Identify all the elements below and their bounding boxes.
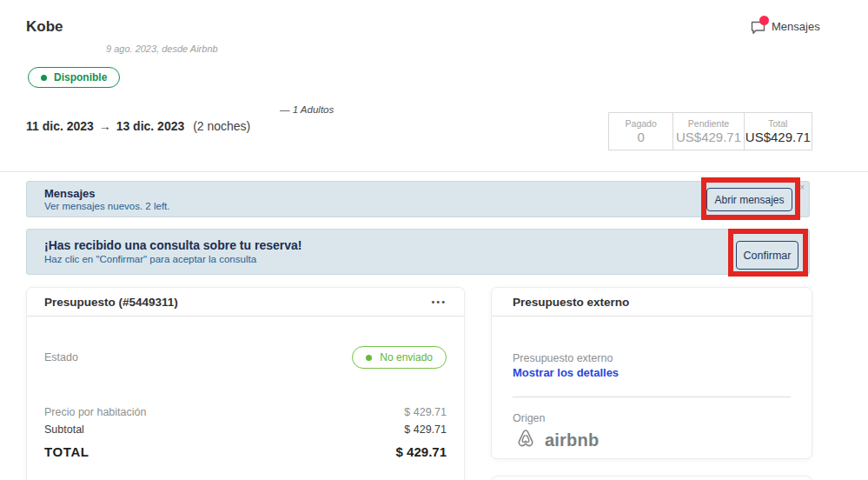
created-date-source: 9 ago. 2023, desde Airbnb — [106, 43, 218, 54]
pending-label: Pendiente — [688, 118, 729, 129]
status-badge: Disponible — [28, 67, 120, 88]
external-card-title: Presupuesto externo — [513, 296, 629, 309]
grand-total-value: $ 429.71 — [396, 444, 447, 459]
status-badge-label: Disponible — [54, 71, 107, 83]
ellipsis-menu-icon[interactable]: ••• — [431, 297, 447, 306]
show-details-link[interactable]: Mostrar los detalles — [513, 365, 791, 380]
airbnb-belo-icon — [513, 425, 539, 455]
subtotal-label: Subtotal — [44, 421, 84, 438]
inquiry-banner: ¡Has recibido una consulta sobre tu rese… — [26, 229, 810, 275]
paid-value: 0 — [638, 130, 645, 144]
checkin-date: 11 dic. 2023 — [26, 119, 94, 133]
price-rows: Precio por habitación $ 429.71 Subtotal … — [44, 403, 447, 459]
external-quote-label: Presupuesto externo — [513, 351, 791, 365]
confirm-button[interactable]: Confirmar — [736, 241, 798, 270]
origin-logo: airbnb — [513, 425, 791, 455]
status-row: Estado No enviado — [44, 346, 447, 369]
messages-header-button[interactable]: Mensajes — [751, 18, 820, 35]
quote-card-header: Presupuesto (#5449311) ••• — [27, 288, 464, 317]
inquiry-banner-title: ¡Has recibido una consulta sobre tu rese… — [44, 238, 809, 253]
paid-cell: Pagado 0 — [609, 113, 673, 150]
quote-card-body: Estado No enviado Precio por habitación … — [27, 346, 464, 459]
messages-banner-title: Mensajes — [44, 187, 809, 200]
room-price-value: $ 429.71 — [404, 403, 447, 421]
total-cell: Total US$429.71 — [745, 113, 812, 150]
next-card-top-edge — [491, 476, 812, 480]
origin-label: Origen — [513, 412, 791, 424]
paid-label: Pagado — [626, 118, 657, 129]
not-sent-dot-icon — [366, 355, 372, 361]
messages-header-label: Mensajes — [772, 20, 820, 33]
page-title: Kobe — [26, 18, 63, 36]
arrow-icon: → — [97, 119, 113, 133]
messages-banner: Mensajes Ver mensajes nuevos. 2 left. Ab… — [26, 181, 810, 217]
table-row: Precio por habitación $ 429.71 — [44, 403, 447, 421]
grand-total-row: TOTAL $ 429.71 — [44, 444, 447, 459]
quote-card-title: Presupuesto (#5449311) — [44, 296, 178, 309]
inquiry-banner-subtitle: Haz clic en "Confirmar" para aceptar la … — [44, 253, 809, 265]
total-value: US$429.71 — [745, 130, 811, 144]
external-card-body: Presupuesto externo Mostrar los detalles… — [492, 351, 812, 455]
date-range: 11 dic. 2023 → 13 dic. 2023 (2 noches) — [26, 119, 250, 133]
subtotal-value: $ 429.71 — [404, 421, 447, 438]
checkout-date: 13 dic. 2023 — [116, 119, 185, 133]
open-messages-button[interactable]: Abrir mensajes — [706, 188, 792, 211]
external-quote-card: Presupuesto externo Presupuesto externo … — [491, 287, 812, 459]
quote-card: Presupuesto (#5449311) ••• Estado No env… — [26, 287, 465, 480]
airbnb-wordmark: airbnb — [545, 430, 599, 450]
external-card-header: Presupuesto externo — [492, 288, 812, 317]
close-icon[interactable]: × — [799, 183, 805, 193]
occupancy-summary: — 1 Adultos — [280, 104, 334, 115]
pending-cell: Pendiente US$429.71 — [673, 113, 744, 150]
message-bubble-icon — [751, 18, 767, 35]
payment-summary-table: Pagado 0 Pendiente US$429.71 Total US$42… — [608, 112, 812, 150]
table-row: Subtotal $ 429.71 — [44, 421, 447, 438]
room-price-label: Precio por habitación — [44, 403, 146, 421]
total-label: Total — [768, 118, 787, 129]
notification-dot — [759, 16, 769, 25]
nights-count: (2 noches) — [193, 119, 250, 133]
grand-total-label: TOTAL — [44, 444, 89, 459]
status-dot-icon — [41, 75, 47, 81]
not-sent-badge-label: No enviado — [380, 351, 433, 363]
not-sent-badge: No enviado — [352, 346, 447, 369]
pending-value: US$429.71 — [676, 130, 741, 144]
messages-banner-subtitle: Ver mensajes nuevos. 2 left. — [44, 200, 809, 212]
status-row-label: Estado — [44, 351, 78, 363]
reservation-page: Kobe Mensajes 9 ago. 2023, desde Airbnb … — [0, 0, 868, 480]
section-divider — [0, 171, 868, 172]
card-divider — [513, 397, 791, 397]
